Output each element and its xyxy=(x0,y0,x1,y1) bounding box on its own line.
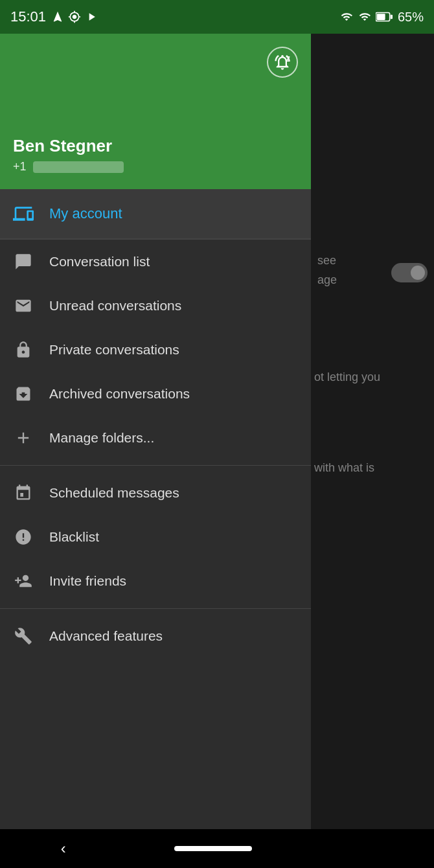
invite-icon xyxy=(13,572,34,590)
status-icons xyxy=(51,10,98,23)
status-right: 65% xyxy=(339,10,424,25)
battery-percent: 65% xyxy=(398,10,424,25)
menu-label-private-conversations: Private conversations xyxy=(49,342,179,358)
menu-label-conversation-list: Conversation list xyxy=(49,254,150,269)
right-text-1: see xyxy=(317,254,336,268)
menu-item-advanced-features[interactable]: Advanced features xyxy=(0,614,311,658)
archive-icon xyxy=(13,385,34,403)
right-text-2: age xyxy=(317,273,337,287)
battery-icon xyxy=(376,11,393,23)
alarm-snooze-icon[interactable]: z xyxy=(267,47,298,78)
menu-label-manage-folders: Manage folders... xyxy=(49,430,154,446)
menu-item-private-conversations[interactable]: Private conversations xyxy=(0,328,311,372)
crosshair-icon xyxy=(68,10,81,23)
drawer-header: z Ben Stegner +1 xyxy=(0,34,311,189)
status-time: 15:01 xyxy=(10,8,46,25)
home-pill[interactable] xyxy=(174,846,252,851)
menu-item-unread-conversations[interactable]: Unread conversations xyxy=(0,284,311,328)
conversation-list-icon xyxy=(13,253,34,271)
section-divider-2 xyxy=(0,608,311,609)
add-folder-icon xyxy=(13,429,34,447)
right-panel-background: see age ot letting you with what is xyxy=(311,34,434,829)
account-devices-icon xyxy=(13,203,34,224)
signal-icon xyxy=(359,11,371,23)
right-text-4: with what is xyxy=(314,461,374,475)
my-account-label: My account xyxy=(49,205,122,222)
status-left: 15:01 xyxy=(10,8,98,25)
toggle-switch[interactable] xyxy=(391,263,428,282)
menu-item-manage-folders[interactable]: Manage folders... xyxy=(0,416,311,460)
svg-rect-2 xyxy=(391,15,393,19)
blacklist-icon xyxy=(13,528,34,546)
nav-bar: ‹ xyxy=(0,829,434,868)
navigation-drawer: z Ben Stegner +1 My account Conversation… xyxy=(0,34,311,829)
menu-item-archived-conversations[interactable]: Archived conversations xyxy=(0,372,311,416)
user-phone-prefix: +1 xyxy=(13,160,27,174)
unread-icon xyxy=(13,297,34,315)
menu-label-blacklist: Blacklist xyxy=(49,529,99,545)
menu-label-scheduled-messages: Scheduled messages xyxy=(49,485,179,501)
menu-item-scheduled-messages[interactable]: Scheduled messages xyxy=(0,471,311,515)
lock-icon xyxy=(13,341,34,359)
my-account-row[interactable]: My account xyxy=(0,189,311,239)
play-icon xyxy=(85,10,98,23)
navigation-icon xyxy=(51,10,64,23)
right-text-3: ot letting you xyxy=(314,371,380,384)
status-bar: 15:01 65% xyxy=(0,0,434,34)
menu-label-advanced-features: Advanced features xyxy=(49,628,163,644)
back-button[interactable]: ‹ xyxy=(48,833,79,864)
menu-item-blacklist[interactable]: Blacklist xyxy=(0,515,311,559)
scheduled-icon xyxy=(13,484,34,502)
section-divider-1 xyxy=(0,465,311,466)
menu-label-unread-conversations: Unread conversations xyxy=(49,298,181,314)
svg-rect-1 xyxy=(377,14,385,20)
wrench-icon xyxy=(13,627,34,645)
menu-item-invite-friends[interactable]: Invite friends xyxy=(0,559,311,603)
wifi-icon xyxy=(339,11,354,23)
menu-item-conversation-list[interactable]: Conversation list xyxy=(0,240,311,284)
user-phone-blurred xyxy=(33,161,124,173)
menu-label-invite-friends: Invite friends xyxy=(49,573,126,589)
user-name: Ben Stegner xyxy=(13,136,298,156)
menu-label-archived-conversations: Archived conversations xyxy=(49,386,190,402)
